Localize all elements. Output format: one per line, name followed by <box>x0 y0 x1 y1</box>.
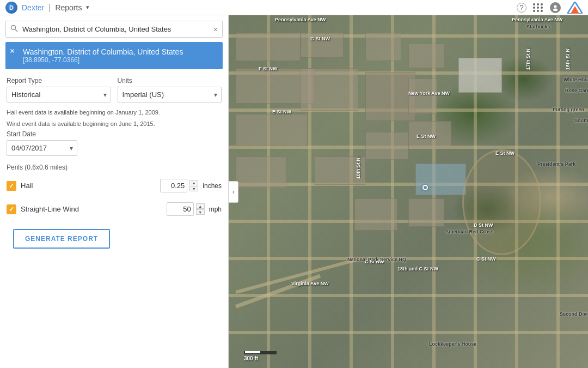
hail-info-text: Hail event data is available beginning o… <box>7 108 222 117</box>
hail-value-input[interactable] <box>160 179 187 192</box>
wind-spinner-up[interactable]: ▲ <box>196 203 205 209</box>
units-group: Units Imperial (US) <box>118 77 222 102</box>
hail-checkbox[interactable] <box>7 181 16 191</box>
hail-spinner-down[interactable]: ▼ <box>189 186 198 191</box>
start-date-group: Start Date <box>7 130 222 156</box>
scale-bar-inner <box>244 351 277 354</box>
search-icon <box>10 25 18 34</box>
brand-name: Dexter <box>22 3 44 12</box>
report-type-group: Report Type Historical <box>7 77 111 102</box>
svg-line-5 <box>15 29 17 32</box>
start-date-input-wrapper <box>7 140 77 156</box>
units-label: Units <box>118 77 222 85</box>
map-area[interactable]: Pennsylvania Ave NW Pennsylvania Ave NW … <box>229 15 588 368</box>
svg-point-0 <box>554 5 557 8</box>
hail-spinner: ▲ ▼ <box>189 180 198 191</box>
svg-point-1 <box>553 8 558 11</box>
wind-value-input[interactable] <box>167 202 194 216</box>
report-type-label: Report Type <box>7 77 111 85</box>
user-avatar[interactable] <box>550 2 561 13</box>
wind-spinner-down[interactable]: ▼ <box>196 209 205 215</box>
units-select[interactable]: Imperial (US) <box>118 87 222 102</box>
wind-unit: mph <box>209 206 222 213</box>
wind-peril-name: Straight-Line Wind <box>21 205 167 213</box>
hail-spinner-up[interactable]: ▲ <box>189 180 198 185</box>
map-collapse-button[interactable]: ‹ <box>229 181 238 203</box>
hail-peril-name: Hail <box>21 182 160 190</box>
report-form: Report Type Historical Units Imperial (U… <box>0 69 228 260</box>
start-date-label: Start Date <box>7 130 222 138</box>
scale-label: 300 ft <box>244 355 258 361</box>
wind-value-group: ▲ ▼ mph <box>167 202 222 216</box>
perils-group: Perils (0.6x0.6 miles) Hail ▲ ▼ inches <box>7 164 222 224</box>
units-select-wrapper: Imperial (US) <box>118 87 222 102</box>
perils-label: Perils (0.6x0.6 miles) <box>7 164 222 171</box>
left-panel: × × Washington, District of Columbia, Un… <box>0 15 229 368</box>
report-type-select-wrapper: Historical <box>7 87 111 102</box>
scale-segment-2 <box>260 351 277 354</box>
location-coords: [38.8950, -77.0366] <box>23 56 216 64</box>
wind-spinner: ▲ ▼ <box>196 203 205 215</box>
hail-peril-row: Hail ▲ ▼ inches <box>7 179 222 192</box>
scale-segment-1 <box>244 351 260 354</box>
nav-divider: | <box>48 3 51 13</box>
main-layout: × × Washington, District of Columbia, Un… <box>0 15 588 368</box>
hail-unit: inches <box>203 182 222 190</box>
search-bar: × <box>5 21 223 38</box>
wind-checkbox[interactable] <box>7 204 16 214</box>
location-header: × Washington, District of Columbia, Unit… <box>5 42 223 69</box>
module-name: Reports <box>55 3 82 12</box>
report-type-select[interactable]: Historical <box>7 87 111 102</box>
help-icon[interactable]: ? <box>517 3 526 13</box>
map-location-marker <box>422 185 428 190</box>
clear-search-icon[interactable]: × <box>213 25 218 34</box>
start-date-input[interactable] <box>7 140 77 156</box>
map-scale-bar: 300 ft <box>244 351 277 361</box>
wind-info-text: Wind event data is available beginning o… <box>7 119 222 129</box>
search-input[interactable] <box>22 25 209 33</box>
generate-report-button[interactable]: GENERATE REPORT <box>13 229 110 249</box>
wind-peril-row: Straight-Line Wind ▲ ▼ mph <box>7 202 222 216</box>
app-logo: D <box>5 2 17 14</box>
report-type-units-row: Report Type Historical Units Imperial (U… <box>7 77 222 102</box>
location-name: Washington, District of Columbia, United… <box>23 47 216 56</box>
close-location-icon[interactable]: × <box>10 46 15 56</box>
svg-point-4 <box>11 26 16 30</box>
hail-value-group: ▲ ▼ inches <box>160 179 222 192</box>
brand-logo-icon <box>567 2 583 14</box>
nav-right: ? <box>517 2 583 14</box>
grid-icon[interactable] <box>533 3 543 12</box>
top-navigation: D Dexter | Reports ▾ ? <box>0 0 588 15</box>
module-dropdown-arrow[interactable]: ▾ <box>86 4 89 11</box>
